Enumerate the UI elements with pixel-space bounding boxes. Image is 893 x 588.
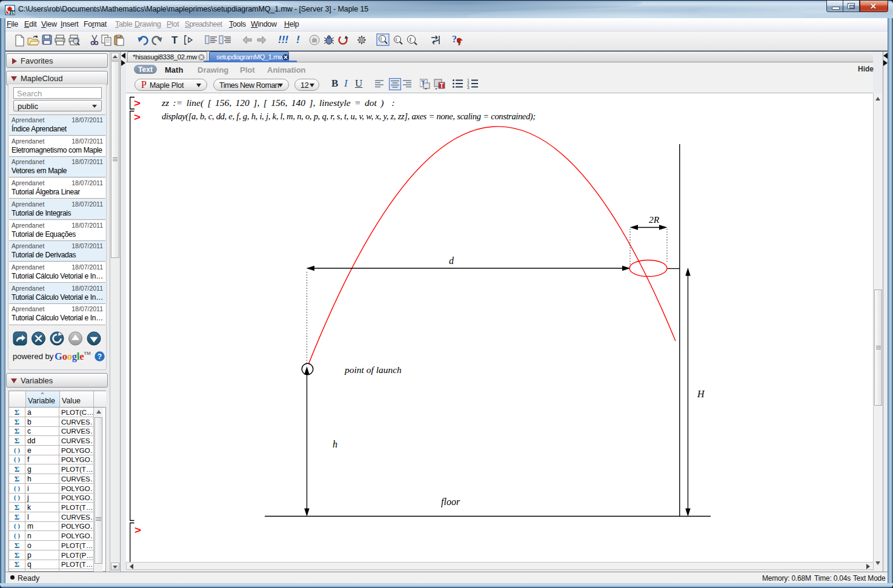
svg-text:2R: 2R [649, 214, 660, 225]
svg-text:T: T [440, 82, 443, 89]
svg-text:3: 3 [467, 85, 470, 89]
svg-text:floor: floor [441, 497, 460, 507]
svg-text:15: 15 [10, 11, 15, 15]
svg-text:H: H [697, 389, 705, 399]
svg-text:point of launch: point of launch [344, 365, 402, 375]
svg-text:h: h [333, 439, 337, 449]
svg-text:?: ? [98, 352, 102, 361]
svg-text:!: ! [296, 34, 300, 45]
svg-text:T: T [171, 35, 178, 46]
svg-text:ℓ: ℓ [380, 36, 382, 42]
svg-text:?: ? [452, 34, 457, 44]
svg-text:ℓ: ℓ [395, 37, 397, 42]
svg-text:!!!: !!! [278, 34, 288, 45]
svg-text:d: d [449, 256, 454, 266]
